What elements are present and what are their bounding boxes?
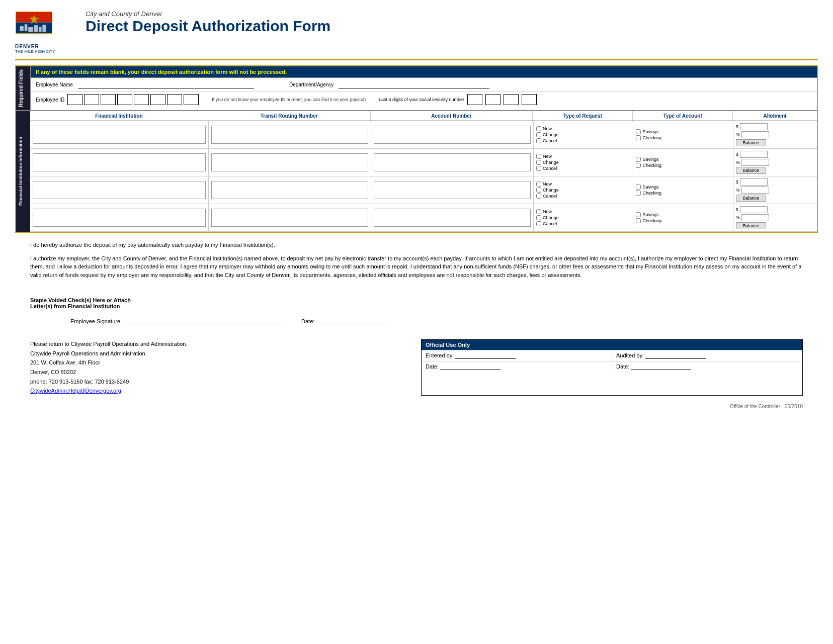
entered-by-input[interactable] <box>455 353 516 359</box>
allot-dollar-input-2[interactable] <box>740 151 768 158</box>
allot-dollar-input-1[interactable] <box>740 123 768 130</box>
fi-institution-input-2[interactable] <box>33 153 206 171</box>
new-label-1: New <box>543 126 552 131</box>
fi-account-1 <box>371 121 534 148</box>
savings-checkbox-2[interactable] <box>636 157 641 162</box>
fi-institution-1 <box>30 121 209 148</box>
fi-row-2: New Change Cancel Savings Checking $ % B… <box>30 149 817 176</box>
fi-type-request-3: New Change Cancel <box>534 176 633 204</box>
fi-institution-input-1[interactable] <box>33 126 206 144</box>
id-box-6[interactable] <box>150 94 165 105</box>
employee-signature-line <box>125 316 286 324</box>
change-label-1: Change <box>543 132 559 137</box>
fi-institution-3 <box>30 176 209 204</box>
new-checkbox-4[interactable] <box>536 209 541 214</box>
email-link[interactable]: CitywideAdmin.Help@Denvergov.org <box>30 388 121 394</box>
change-checkbox-2[interactable] <box>536 160 541 165</box>
fi-account-input-1[interactable] <box>374 126 531 144</box>
savings-checkbox-1[interactable] <box>636 129 641 134</box>
official-date-label-2: Date: <box>616 363 629 370</box>
fi-type-request-4: New Change Cancel <box>534 204 633 231</box>
department-input[interactable] <box>339 80 489 88</box>
fi-institution-input-3[interactable] <box>33 181 206 199</box>
allot-percent-input-1[interactable] <box>741 131 769 138</box>
employee-signature-label: Employee Signature <box>70 318 120 324</box>
fi-routing-input-1[interactable] <box>211 126 368 144</box>
savings-checkbox-row-1: Savings <box>636 129 730 134</box>
return-line4: Denver, CO 80202 <box>30 367 411 377</box>
cancel-checkbox-4[interactable] <box>536 221 541 226</box>
employee-name-input[interactable] <box>78 80 254 88</box>
fi-routing-input-2[interactable] <box>211 153 368 171</box>
footer-text: Office of the Controller - 05/2010 <box>730 404 803 409</box>
cancel-checkbox-2[interactable] <box>536 166 541 171</box>
id-box-4[interactable] <box>117 94 132 105</box>
id-box-2[interactable] <box>84 94 99 105</box>
fi-header-type-account: Type of Account <box>633 111 733 121</box>
date-line <box>319 316 390 324</box>
fi-type-account-3: Savings Checking <box>633 176 733 204</box>
id-box-5[interactable] <box>134 94 149 105</box>
new-checkbox-2[interactable] <box>536 154 541 159</box>
savings-checkbox-4[interactable] <box>636 212 641 217</box>
allot-percent-row-1: % <box>736 131 814 138</box>
fi-header-routing: Transit Routing Number <box>208 111 371 121</box>
cancel-checkbox-1[interactable] <box>536 138 541 143</box>
checking-checkbox-4[interactable] <box>636 218 641 223</box>
fi-account-4 <box>371 204 534 231</box>
balance-btn-4: Balance <box>736 222 766 229</box>
fi-section-label: Financial Institution Information <box>16 111 30 232</box>
ssn-box-2[interactable] <box>485 94 501 105</box>
cancel-checkbox-3[interactable] <box>536 194 541 199</box>
allot-percent-input-4[interactable] <box>741 214 769 221</box>
fi-account-input-2[interactable] <box>374 153 531 171</box>
fi-header-row: Financial Institution Transit Routing Nu… <box>30 111 817 121</box>
fi-account-input-4[interactable] <box>374 209 531 227</box>
fi-account-input-3[interactable] <box>374 181 531 199</box>
fi-header-institution: Financial Institution <box>30 111 208 121</box>
fi-routing-input-3[interactable] <box>211 181 368 199</box>
checking-checkbox-1[interactable] <box>636 135 641 140</box>
savings-checkbox-3[interactable] <box>636 185 641 190</box>
new-checkbox-3[interactable] <box>536 181 541 187</box>
official-date-input-1[interactable] <box>440 364 501 370</box>
id-box-1[interactable] <box>67 94 82 105</box>
audited-by-cell: Audited by: <box>612 350 802 361</box>
change-checkbox-4[interactable] <box>536 215 541 220</box>
allot-dollar-input-4[interactable] <box>740 206 768 213</box>
ssn-box-4[interactable] <box>522 94 537 105</box>
entered-by-cell: Entered by: <box>422 350 612 361</box>
cancel-label-1: Cancel <box>543 138 557 143</box>
id-box-3[interactable] <box>101 94 116 105</box>
department-label: Department/Agency <box>289 82 334 87</box>
allot-percent-input-2[interactable] <box>741 159 769 166</box>
signature-section: Staple Voided Check(s) Here or Attach Le… <box>15 292 818 334</box>
fi-row-4: New Change Cancel Savings Checking $ % B… <box>30 204 817 232</box>
fi-routing-input-4[interactable] <box>211 209 368 227</box>
allot-percent-input-3[interactable] <box>741 187 769 194</box>
ssn-box-3[interactable] <box>504 94 519 105</box>
checking-checkbox-2[interactable] <box>636 163 641 168</box>
change-checkbox-1[interactable] <box>536 132 541 137</box>
staple-note: Staple Voided Check(s) Here or Attach Le… <box>30 297 803 309</box>
svg-rect-9 <box>42 25 46 32</box>
fi-institution-input-4[interactable] <box>33 209 206 227</box>
audited-by-input[interactable] <box>645 353 706 359</box>
checking-checkbox-3[interactable] <box>636 191 641 196</box>
official-date-input-2[interactable] <box>631 364 691 370</box>
sig-line-row: Employee Signature Date: <box>70 316 803 324</box>
ssn-box-1[interactable] <box>467 94 482 105</box>
employee-name-label: Employee Name <box>36 82 73 87</box>
allot-dollar-input-3[interactable] <box>740 178 768 186</box>
fi-type-request-2: New Change Cancel <box>534 149 633 176</box>
warning-bar: If any of these fields remain blank, you… <box>31 66 817 78</box>
balance-btn-2: Balance <box>736 167 766 174</box>
name-dept-row: Employee Name Department/Agency <box>31 78 817 91</box>
change-checkbox-3[interactable] <box>536 188 541 193</box>
denver-sublabel: THE MILE HIGH CITY <box>15 49 75 54</box>
employee-id-note: If you do not know your employee ID numb… <box>212 97 366 102</box>
change-checkbox-row-1: Change <box>536 132 630 137</box>
id-box-8[interactable] <box>184 94 199 105</box>
id-box-7[interactable] <box>167 94 182 105</box>
new-checkbox-1[interactable] <box>536 126 541 131</box>
